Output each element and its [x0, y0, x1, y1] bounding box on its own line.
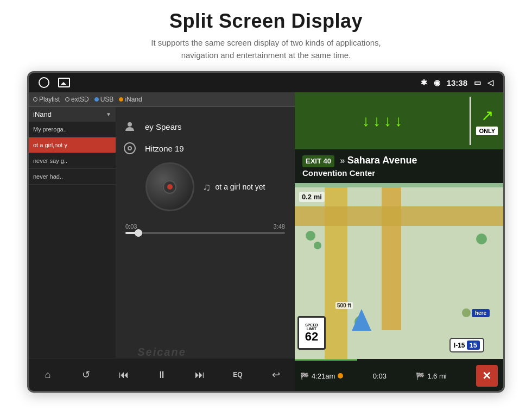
nav-remaining: 🏁 1.6 mi	[416, 372, 446, 380]
music-note-icon: ♫	[203, 181, 211, 193]
svg-point-1	[124, 143, 135, 154]
track-artist-row: ey Spears	[121, 118, 289, 135]
status-time: 13:38	[447, 78, 467, 87]
player-main: ey Spears Hitzone 19	[116, 107, 295, 358]
highway-sign: I-15 15	[449, 338, 484, 352]
terrain-dot-3	[476, 234, 487, 244]
sign-diag-arrow: ↗	[481, 106, 493, 124]
source-label-extsd: extSD	[71, 96, 89, 103]
nav-elapsed: 0:03	[373, 372, 387, 380]
exit-arrow-icon: »	[340, 156, 345, 165]
terrain-dot-2	[314, 242, 321, 249]
sign-arrow-1: ↓	[362, 114, 370, 129]
source-label-playlist: Playlist	[39, 96, 60, 103]
speed-limit-sign: SPEED LIMIT 62	[297, 316, 326, 350]
radio-dot-playlist	[33, 97, 37, 102]
radio-dot-extsd	[65, 97, 69, 102]
nav-close-button[interactable]: ✕	[476, 365, 498, 387]
window-icon: ▭	[474, 78, 481, 87]
playlist-header[interactable]: iNand ▼	[29, 107, 116, 122]
source-tab-inand[interactable]: iNand	[119, 96, 142, 103]
source-label-usb: USB	[100, 96, 114, 103]
here-logo: here	[472, 309, 490, 317]
nav-eta: 🏁 4:21am	[300, 372, 343, 380]
terrain-dot-4	[462, 308, 471, 317]
status-left	[39, 77, 70, 88]
playlist-item-1[interactable]: ot a girl,not y	[29, 137, 116, 153]
person-icon	[121, 118, 138, 135]
progress-thumb[interactable]	[135, 229, 142, 237]
music-player-panel: Playlist extSD USB iNand	[29, 92, 295, 391]
svg-point-2	[128, 147, 131, 150]
nav-top-sign: ↓ ↓ ↓ ↓ ↗ ONLY	[295, 92, 503, 149]
navigation-panel: ↓ ↓ ↓ ↓ ↗ ONLY EXIT 40 » Sahara Avenue	[295, 92, 503, 391]
device-frame: ✱ ◉ 13:38 ▭ ◁ Playlist extSD	[27, 71, 505, 393]
eq-button[interactable]: EQ	[226, 363, 250, 387]
sign-arrow-3: ↓	[384, 114, 391, 129]
sign-arrow-4: ↓	[395, 114, 402, 129]
main-split-area: Playlist extSD USB iNand	[29, 92, 503, 391]
terrain-dot-1	[306, 231, 315, 241]
progress-bar[interactable]	[125, 232, 285, 234]
progress-current: 0:03	[125, 223, 137, 230]
nav-arrow	[352, 309, 371, 331]
progress-area: 0:03 3:48	[121, 217, 289, 236]
circle-icon	[39, 77, 49, 88]
page-title: Split Screen Display	[0, 10, 532, 33]
source-tab-extsd[interactable]: extSD	[65, 96, 89, 103]
exit-street: Sahara Avenue	[347, 155, 417, 166]
svg-point-0	[128, 122, 132, 127]
source-label-inand: iNand	[125, 96, 142, 103]
progress-times: 0:03 3:48	[125, 223, 285, 230]
flag-end-icon: 🏁	[416, 372, 425, 380]
next-button[interactable]: ⏭	[188, 363, 212, 387]
interstate-shield: 15	[467, 341, 480, 350]
distance-label: 500 ft	[335, 302, 353, 309]
album-art-inner	[163, 180, 176, 194]
radio-dot-inand	[119, 97, 123, 102]
flag-start-icon: 🏁	[300, 372, 309, 380]
back-arrow-icon: ◁	[487, 78, 493, 87]
source-tabs: Playlist extSD USB iNand	[29, 92, 295, 107]
speed-limit-value: 62	[305, 331, 318, 343]
source-tab-usb[interactable]: USB	[94, 96, 114, 103]
source-tab-playlist[interactable]: Playlist	[33, 96, 60, 103]
bottom-controls: ⌂ ↺ ⏮ ⏸ ⏭ EQ ↩	[29, 358, 295, 391]
album-art-dot	[167, 184, 173, 190]
playlist-item-0[interactable]: My preroga..	[29, 122, 116, 137]
map-content: SPEED LIMIT 62 500 ft here I-15 15 0.2 m…	[295, 187, 503, 361]
remaining-value: 1.6 mi	[427, 372, 446, 380]
playlist-header-label: iNand	[33, 110, 52, 118]
sign-arrows: ↓ ↓ ↓ ↓	[295, 92, 470, 149]
playlist-item-3[interactable]: never had..	[29, 169, 116, 185]
prev-button[interactable]: ⏮	[112, 363, 136, 387]
track-album: Hitzone 19	[145, 144, 184, 153]
sign-only: ↗ ONLY	[471, 92, 503, 149]
page-header: Split Screen Display It supports the sam…	[0, 0, 532, 67]
speed-limit-label: SPEED	[305, 323, 318, 327]
eta-value: 4:21am	[312, 372, 335, 380]
bluetooth-icon: ✱	[421, 78, 427, 87]
track-info: ey Spears Hitzone 19	[121, 118, 289, 157]
watermark: Seicane	[137, 346, 186, 358]
nav-exit-sign: EXIT 40 » Sahara Avenue Convention Cente…	[295, 149, 503, 183]
page-subtitle: It supports the same screen display of t…	[0, 37, 532, 61]
repeat-button[interactable]: ↺	[74, 363, 98, 387]
playlist-sidebar: iNand ▼ My preroga.. ot a girl,not y nev…	[29, 107, 116, 358]
chevron-down-icon: ▼	[106, 111, 111, 117]
exit-badge: EXIT 40	[302, 155, 334, 167]
highway-label: I-15	[454, 342, 465, 349]
status-bar: ✱ ◉ 13:38 ▭ ◁	[29, 73, 503, 92]
orange-dot	[338, 373, 343, 379]
album-art-area: ♫ ot a girl not yet	[121, 162, 289, 211]
home-button[interactable]: ⌂	[36, 363, 60, 387]
distance-overlay: 0.2 mi	[299, 192, 325, 202]
back-button[interactable]: ↩	[264, 363, 288, 387]
radio-dot-usb	[94, 97, 99, 102]
track-album-row: Hitzone 19	[121, 140, 289, 157]
track-name-row: ♫ ot a girl not yet	[203, 181, 265, 193]
album-art	[145, 162, 194, 211]
playlist-item-2[interactable]: never say g..	[29, 153, 116, 169]
only-badge: ONLY	[476, 127, 498, 135]
play-pause-button[interactable]: ⏸	[150, 363, 174, 387]
